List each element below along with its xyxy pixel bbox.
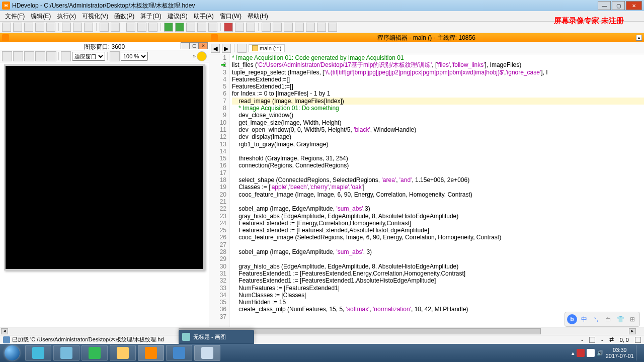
horizontal-scrollbar[interactable]: ◄ ► — [0, 327, 644, 335]
code-line[interactable] — [232, 241, 644, 248]
props-icon[interactable] — [148, 23, 157, 32]
assist1-icon[interactable] — [262, 23, 271, 32]
chart2-icon[interactable] — [295, 23, 304, 32]
tray-volume-icon[interactable]: 🔊 — [597, 350, 604, 356]
fit-select[interactable]: 适应窗口 — [72, 52, 105, 61]
menu-item[interactable]: 函数(P) — [111, 11, 137, 21]
zoom-out-icon[interactable] — [46, 51, 56, 61]
code-line[interactable]: dev_display(Image) — [232, 133, 644, 140]
menu-item[interactable]: 窗口(W) — [217, 11, 245, 21]
code-line[interactable]: FeaturesExtended1:=[] — [232, 83, 644, 90]
tray-flag-icon[interactable] — [587, 349, 595, 357]
menu-item[interactable]: 帮助(H) — [245, 11, 271, 21]
menu-item[interactable]: 编辑(E) — [28, 11, 54, 21]
nav-doc-icon[interactable] — [237, 44, 247, 53]
code-line[interactable]: list_files ('C:/Users/Administrator/Desk… — [232, 61, 644, 68]
minimize-button[interactable]: — — [598, 1, 611, 10]
nav-back-icon[interactable]: ◄ — [211, 44, 220, 53]
code-line[interactable]: dev_open_window(0, 0, Width/5, Height/5,… — [232, 126, 644, 133]
chart4-icon[interactable] — [317, 23, 326, 32]
new-icon[interactable] — [2, 23, 11, 32]
step-into-icon[interactable] — [197, 23, 206, 32]
task-explorer[interactable] — [110, 345, 136, 361]
code-line[interactable]: * Image Acquisition 01: Code generated b… — [232, 54, 644, 61]
zoom-in-icon[interactable] — [35, 51, 45, 61]
clock[interactable]: 03:39 2017-07-01 — [606, 347, 634, 359]
ime-floatbar[interactable]: b 中 °, 🗀 👕 ⊞ — [565, 312, 640, 327]
code-editor[interactable]: ➡ 12345678910111213141516171819202122232… — [209, 54, 644, 335]
task-app1[interactable] — [53, 345, 79, 361]
redo-icon[interactable] — [111, 23, 120, 32]
breadcrumb[interactable]: main (:::) — [249, 44, 285, 52]
collapse-icon[interactable]: ▴ — [636, 35, 642, 41]
code-line[interactable] — [232, 169, 644, 176]
code-line[interactable]: cooc_feature_image (SelectedRegions, Ima… — [232, 234, 644, 241]
code-line[interactable]: FeaturesExtended := [FeaturesExtended,Ab… — [232, 227, 644, 234]
task-hdevelop[interactable] — [138, 345, 164, 361]
task-app2[interactable] — [82, 345, 108, 361]
gw-maximize-button[interactable]: ▢ — [190, 42, 199, 49]
close-button[interactable]: ✕ — [626, 1, 642, 10]
more-icon[interactable]: » — [193, 53, 196, 59]
save-icon[interactable] — [24, 23, 33, 32]
reset-icon[interactable] — [235, 23, 244, 32]
code-line[interactable]: NumHidden := 15 — [232, 299, 644, 306]
code-line[interactable]: Classes := ['apple','beech','cherry','ma… — [232, 184, 644, 191]
bulb-icon[interactable] — [197, 51, 207, 61]
step-over-icon[interactable] — [186, 23, 195, 32]
tray-shield-icon[interactable] — [577, 349, 585, 357]
gw-minimize-button[interactable]: — — [181, 42, 190, 49]
menu-item[interactable]: 建议(S) — [165, 11, 191, 21]
settings-icon[interactable] — [328, 23, 337, 32]
code-line[interactable]: sobel_amp (Image, EdgeAmplitude, 'sum_ab… — [232, 248, 644, 255]
scroll-right-icon[interactable]: ► — [629, 328, 636, 334]
code-line[interactable]: gray_histo_abs (EdgeAmplitude, EdgeAmpli… — [232, 213, 644, 220]
step-out-icon[interactable] — [208, 23, 217, 32]
ime-menu-icon[interactable]: ⊞ — [627, 314, 637, 324]
graphic-canvas[interactable] — [4, 64, 205, 270]
chart1-icon[interactable] — [284, 23, 293, 32]
timer-icon[interactable] — [246, 23, 255, 32]
code-line[interactable]: connection(Regions, ConnectedRegions) — [232, 162, 644, 169]
menu-item[interactable]: 可视化(V) — [79, 11, 111, 21]
editor-header[interactable]: 程序编辑器 - main () - 主线程: 10856 ▴ — [209, 33, 644, 42]
code-line[interactable] — [232, 255, 644, 262]
code-line[interactable]: FeaturesExtended:=[] — [232, 76, 644, 83]
code-line[interactable]: threshold (GrayImage, Regions, 31, 254) — [232, 155, 644, 162]
show-desktop-button[interactable] — [636, 345, 640, 360]
step-icon[interactable] — [175, 23, 184, 32]
code-line[interactable] — [232, 198, 644, 205]
code-line[interactable]: sobel_amp (Image, EdgeAmplitude, 'sum_ab… — [232, 205, 644, 212]
menu-item[interactable]: 算子(O) — [137, 11, 164, 21]
list-icon[interactable] — [137, 23, 146, 32]
task-ie[interactable] — [25, 345, 51, 361]
run-icon[interactable] — [164, 23, 173, 32]
system-tray[interactable]: ▴ 🔊 03:39 2017-07-01 — [568, 345, 644, 360]
code-line[interactable]: NumFeatures := |FeaturesExtended1| — [232, 285, 644, 292]
stop-icon[interactable] — [224, 23, 233, 32]
taskbar-preview[interactable]: 无标题 - 画图 — [179, 330, 254, 344]
cut-icon[interactable] — [62, 23, 71, 32]
tray-up-icon[interactable]: ▴ — [572, 350, 575, 356]
nav-fwd-icon[interactable]: ► — [222, 44, 231, 53]
undo-icon[interactable] — [100, 23, 109, 32]
code-line[interactable] — [232, 148, 644, 155]
select-icon[interactable] — [13, 51, 23, 61]
scroll-left-icon[interactable]: ◄ — [1, 328, 8, 334]
task-wps[interactable] — [166, 345, 192, 361]
layer-icon[interactable] — [110, 51, 120, 61]
code-line[interactable]: rgb1_to_gray(Image, GrayImage) — [232, 141, 644, 148]
code-line[interactable]: gray_histo_abs (EdgeAmplitude, EdgeAmpli… — [232, 263, 644, 270]
code-line[interactable]: FeaturesExtended := [Energy,Correlation,… — [232, 220, 644, 227]
print-icon[interactable] — [46, 23, 55, 32]
copy-icon[interactable] — [73, 23, 82, 32]
open-icon[interactable] — [13, 23, 22, 32]
graphic-panel-header[interactable] — [0, 33, 209, 42]
code-line[interactable]: FeaturesExtended1 := [FeaturesExtended1,… — [232, 277, 644, 284]
menu-item[interactable]: 文件(F) — [2, 11, 28, 21]
code-line[interactable]: tuple_regexp_select (ImageFiles, ['\\.(t… — [232, 69, 644, 76]
menu-item[interactable]: 助手(A) — [191, 11, 217, 21]
baidu-ime-icon[interactable]: b — [567, 314, 577, 324]
paste-icon[interactable] — [84, 23, 93, 32]
ime-punct-icon[interactable]: °, — [591, 314, 601, 324]
